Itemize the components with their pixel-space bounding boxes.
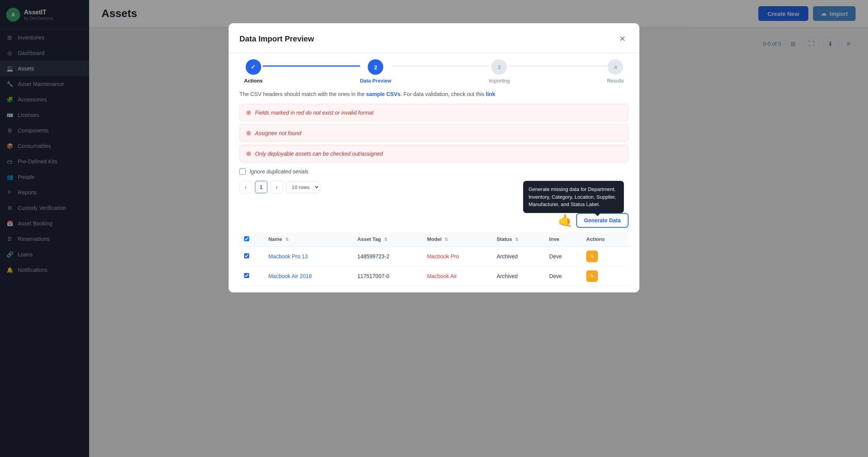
error-row-1: ⊗ Fields marked in red do not exist or i… <box>239 104 629 121</box>
error-icon-1: ⊗ <box>246 109 251 116</box>
name-sort-icon[interactable]: ⇅ <box>285 237 289 242</box>
error-row-3: ⊗ Only deployable assets can be checked … <box>239 145 629 162</box>
table-row: Macbook Air 2018 117517007-0 Macbook Air… <box>239 266 629 286</box>
step-3: 3 Importing <box>489 59 510 84</box>
step-3-circle: 3 <box>491 59 507 75</box>
connector-2 <box>391 65 489 67</box>
step-1-label: Actions <box>244 78 263 84</box>
table-body: Macbook Pro 13 148599723-2 Macbook Pro A… <box>239 246 629 286</box>
controls-row: ‹ 1 › 10 rows 25 rows 50 rows Generate <box>239 181 629 228</box>
generate-btn-row: 🤙 Generate Data <box>558 213 629 228</box>
row-2-model-link[interactable]: Macbook Air <box>427 273 457 279</box>
col-checkbox <box>239 232 264 247</box>
step-1: ✓ Actions <box>244 59 263 84</box>
info-text: The CSV headers should match with the on… <box>239 90 629 98</box>
step-4-circle: 4 <box>608 59 623 75</box>
ignore-duplicates-row: Ignore duplicated serials <box>239 168 629 175</box>
table-head: Name ⇅ Asset Tag ⇅ Model ⇅ <box>239 232 629 247</box>
error-text-2: Assignee not found <box>255 130 301 136</box>
ignore-duplicates-checkbox[interactable] <box>239 168 246 175</box>
data-import-modal: Data Import Preview ✕ ✓ Actions 2 Data P… <box>229 23 639 292</box>
col-name: Name ⇅ <box>264 232 353 247</box>
row-2-tag-cell: 117517007-0 <box>353 266 422 286</box>
tag-sort-icon[interactable]: ⇅ <box>384 237 388 242</box>
step-4-label: Results <box>607 78 624 84</box>
generate-area: Generate missing data for Department, In… <box>523 181 629 228</box>
error-text-1: Fields marked in red do not exist or inv… <box>255 110 374 116</box>
status-sort-icon[interactable]: ⇅ <box>515 237 518 242</box>
row-1-name-link[interactable]: Macbook Pro 13 <box>268 253 308 259</box>
error-icon-2: ⊗ <box>246 129 251 137</box>
row-2-checkbox[interactable] <box>244 273 249 278</box>
row-1-inve-cell: Deve <box>544 246 582 266</box>
row-2-model-cell: Macbook Air <box>422 266 492 286</box>
stepper: ✓ Actions 2 Data Preview 3 Importing 4 <box>229 53 639 84</box>
generate-data-button[interactable]: Generate Data <box>576 213 629 228</box>
model-sort-icon[interactable]: ⇅ <box>444 237 448 242</box>
error-text-3: Only deployable assets can be checked ou… <box>255 151 383 157</box>
rows-per-page-select[interactable]: 10 rows 25 rows 50 rows <box>286 182 320 193</box>
next-page-button[interactable]: › <box>270 181 283 193</box>
step-1-circle: ✓ <box>246 59 261 75</box>
col-status: Status ⇅ <box>492 232 545 247</box>
row-1-checkbox[interactable] <box>244 253 249 258</box>
import-data-table: Name ⇅ Asset Tag ⇅ Model ⇅ <box>239 232 629 286</box>
table-header-row: Name ⇅ Asset Tag ⇅ Model ⇅ <box>239 232 629 247</box>
row-2-edit-button[interactable]: ✎ <box>586 270 598 282</box>
prev-page-button[interactable]: ‹ <box>239 181 252 193</box>
modal-body: The CSV headers should match with the on… <box>229 84 639 292</box>
ignore-duplicates-label: Ignore duplicated serials <box>250 168 308 175</box>
row-2-actions-cell: ✎ <box>582 266 629 286</box>
select-all-checkbox[interactable] <box>244 236 249 241</box>
row-1-model-link[interactable]: Macbook Pro <box>427 253 459 259</box>
step-2: 2 Data Preview <box>360 59 391 84</box>
table-wrapper: Name ⇅ Asset Tag ⇅ Model ⇅ <box>239 232 629 286</box>
row-2-inve-cell: Deve <box>544 266 582 286</box>
table-row: Macbook Pro 13 148599723-2 Macbook Pro A… <box>239 246 629 266</box>
row-1-edit-button[interactable]: ✎ <box>586 251 598 262</box>
step-3-label: Importing <box>489 78 510 84</box>
pagination: ‹ 1 › 10 rows 25 rows 50 rows <box>239 181 320 193</box>
row-2-name-cell: Macbook Air 2018 <box>264 266 353 286</box>
connector-1 <box>263 65 360 67</box>
sample-csvs-link[interactable]: sample CSVs <box>366 91 401 97</box>
error-icon-3: ⊗ <box>246 150 251 157</box>
row-1-actions-cell: ✎ <box>582 246 629 266</box>
validation-link[interactable]: link <box>486 91 495 97</box>
step-4: 4 Results <box>607 59 624 84</box>
modal-title: Data Import Preview <box>239 34 314 43</box>
row-1-status-cell: Archived <box>492 246 545 266</box>
row-2-checkbox-cell <box>239 266 264 286</box>
col-inve: Inve <box>544 232 582 247</box>
modal-header: Data Import Preview ✕ <box>229 23 639 53</box>
modal-close-button[interactable]: ✕ <box>616 33 629 45</box>
connector-3 <box>510 65 607 67</box>
modal-overlay: Data Import Preview ✕ ✓ Actions 2 Data P… <box>0 0 868 457</box>
generate-tooltip: Generate missing data for Department, In… <box>523 181 624 213</box>
col-actions: Actions <box>582 232 629 247</box>
row-1-checkbox-cell <box>239 246 264 266</box>
step-2-label: Data Preview <box>360 78 391 84</box>
row-2-name-link[interactable]: Macbook Air 2018 <box>268 273 312 279</box>
page-1-button[interactable]: 1 <box>255 181 267 193</box>
col-asset-tag: Asset Tag ⇅ <box>353 232 422 247</box>
tooltip-generate-row: Generate missing data for Department, In… <box>523 181 629 228</box>
hand-icon: 🤙 <box>558 213 573 228</box>
row-2-status-cell: Archived <box>492 266 545 286</box>
row-1-name-cell: Macbook Pro 13 <box>264 246 353 266</box>
row-1-tag-cell: 148599723-2 <box>353 246 422 266</box>
step-2-circle: 2 <box>368 59 383 75</box>
col-model: Model ⇅ <box>422 232 492 247</box>
error-row-2: ⊗ Assignee not found <box>239 124 629 142</box>
tooltip-wrapper: Generate missing data for Department, In… <box>523 181 629 228</box>
row-1-model-cell: Macbook Pro <box>422 246 492 266</box>
